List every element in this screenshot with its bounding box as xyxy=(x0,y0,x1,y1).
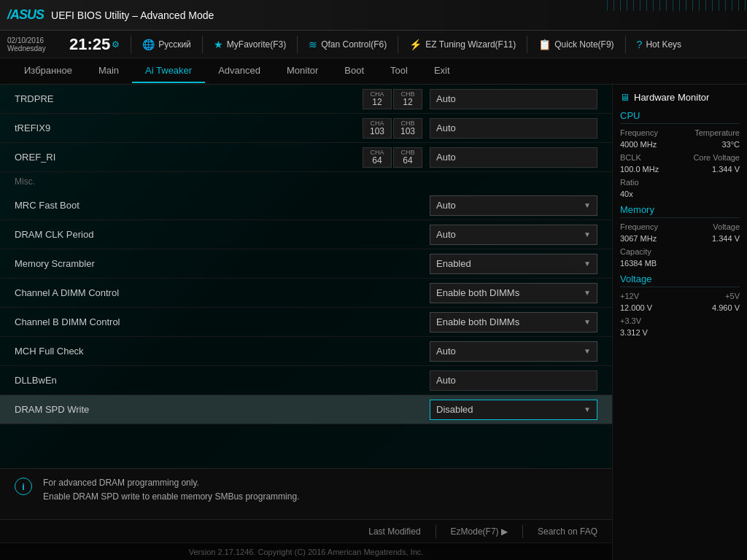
memory-capacity-label-row: Capacity xyxy=(620,247,740,256)
nav-advanced[interactable]: Advanced xyxy=(205,59,274,83)
version-bar: Version 2.17.1246. Copyright (C) 2016 Am… xyxy=(0,542,612,560)
cpu-freq-temp-values: 4000 MHz 33°C xyxy=(620,140,740,149)
setting-trefix9-control: CHA 103 CHB 103 Auto xyxy=(363,118,597,139)
setting-oref-ri-label: OREF_RI xyxy=(15,152,363,163)
nav-tool[interactable]: Tool xyxy=(377,59,421,83)
memory-capacity-value-row: 16384 MB xyxy=(620,259,740,268)
nav-main[interactable]: Main xyxy=(85,59,132,83)
cpu-ratio-label: Ratio xyxy=(620,178,639,187)
toolbar-qfan[interactable]: ≋ Qfan Control(F6) xyxy=(309,39,387,50)
clock: 21:25 xyxy=(69,36,110,52)
hardware-monitor-sidebar: 🖥 Hardware Monitor CPU Frequency Tempera… xyxy=(612,85,747,560)
channel-a-dimm-value: Enable both DIMMs xyxy=(436,287,519,298)
memory-freq-voltage-values: 3067 MHz 1.344 V xyxy=(620,234,740,243)
globe-icon: 🌐 xyxy=(142,39,155,50)
search-faq-button[interactable]: Search on FAQ xyxy=(538,526,597,537)
setting-channel-a-dimm[interactable]: Channel A DIMM Control Enable both DIMMs… xyxy=(0,279,612,308)
nav-monitor[interactable]: Monitor xyxy=(274,59,331,83)
main-wrapper: /ASUS UEFI BIOS Utility – Advanced Mode … xyxy=(0,0,747,560)
channel-b-dimm-arrow: ▼ xyxy=(584,318,591,326)
toolbar-myfavorite-label: MyFavorite(F3) xyxy=(227,39,286,50)
help-icon: ? xyxy=(637,39,643,50)
cpu-temp-label: Temperature xyxy=(694,128,740,137)
cpu-temp-value: 33°C xyxy=(721,140,740,149)
channel-b-dimm-dropdown[interactable]: Enable both DIMMs ▼ xyxy=(430,312,597,332)
memory-freq-voltage-group: Frequency Voltage 3067 MHz 1.344 V xyxy=(620,222,740,243)
nav-exit[interactable]: Exit xyxy=(421,59,463,83)
voltage-5v-label: +5V xyxy=(725,292,740,300)
toolbar-separator-5 xyxy=(527,36,527,53)
channel-a-dimm-arrow: ▼ xyxy=(584,289,591,297)
cpu-bclk-voltage-labels: BCLK Core Voltage xyxy=(620,153,740,162)
setting-trefix9[interactable]: tREFIX9 CHA 103 CHB 103 Auto xyxy=(0,114,612,143)
setting-dram-clk[interactable]: DRAM CLK Period Auto ▼ xyxy=(0,220,612,249)
toolbar-language[interactable]: 🌐 Русский xyxy=(142,39,191,50)
setting-mch-label: MCH Full Check xyxy=(15,346,430,357)
toolbar-eztuning[interactable]: ⚡ EZ Tuning Wizard(F11) xyxy=(409,39,516,50)
settings-icon[interactable]: ⚙ xyxy=(112,39,120,50)
toolbar-myfavorite[interactable]: ★ MyFavorite(F3) xyxy=(214,39,286,50)
setting-mrc-label: MRC Fast Boot xyxy=(15,200,430,211)
memory-capacity-value: 16384 MB xyxy=(620,259,657,268)
misc-section: Misc. xyxy=(0,172,612,191)
memory-scrambler-value: Enabled xyxy=(436,258,471,269)
oref-ri-chb-box: CHB 64 xyxy=(393,147,422,168)
setting-trdpre[interactable]: TRDPRE CHA 12 CHB 12 Auto xyxy=(0,85,612,114)
memory-freq-value: 3067 MHz xyxy=(620,234,657,243)
voltage-33v-value: 3.312 V xyxy=(620,328,648,337)
setting-oref-ri[interactable]: OREF_RI CHA 64 CHB 64 Auto xyxy=(0,143,612,172)
date: 02/10/2016 xyxy=(7,36,44,44)
cpu-ratio-group: Ratio 40x xyxy=(620,178,740,198)
voltage-12v-5v-values: 12.000 V 4.960 V xyxy=(620,303,740,312)
toolbar-separator-4 xyxy=(398,36,398,53)
cpu-ratio-value: 40x xyxy=(620,190,633,198)
bios-title: UEFI BIOS Utility – Advanced Mode xyxy=(51,9,214,21)
nav-boot[interactable]: Boot xyxy=(331,59,377,83)
channel-b-dimm-value: Enable both DIMMs xyxy=(436,316,519,327)
setting-channel-b-dimm[interactable]: Channel B DIMM Control Enable both DIMMs… xyxy=(0,308,612,337)
mrc-value: Auto xyxy=(436,200,456,211)
cpu-corevoltage-value: 1.344 V xyxy=(712,165,740,174)
setting-memory-scrambler[interactable]: Memory Scrambler Enabled ▼ xyxy=(0,249,612,279)
dram-clk-dropdown[interactable]: Auto ▼ xyxy=(430,225,597,245)
info-text: For advanced DRAM programming only. Enab… xyxy=(43,476,299,504)
trdpre-cha-box: CHA 12 xyxy=(363,89,392,109)
hardware-monitor-label: Hardware Monitor xyxy=(634,92,709,103)
setting-mch-full-check[interactable]: MCH Full Check Auto ▼ xyxy=(0,337,612,366)
channel-a-dimm-dropdown[interactable]: Enable both DIMMs ▼ xyxy=(430,283,597,303)
setting-mrc-fast-boot[interactable]: MRC Fast Boot Auto ▼ xyxy=(0,191,612,220)
nav-favorites[interactable]: Избранное xyxy=(11,59,85,83)
toolbar-hotkeys[interactable]: ? Hot Keys xyxy=(637,39,681,50)
cpu-freq-value: 4000 MHz xyxy=(620,140,657,149)
trdpre-value: Auto xyxy=(430,89,597,109)
toolbar-quicknote[interactable]: 📋 Quick Note(F9) xyxy=(538,39,614,50)
setting-channel-b-dimm-label: Channel B DIMM Control xyxy=(15,316,430,327)
mrc-arrow: ▼ xyxy=(584,201,591,209)
nav-aitweaker[interactable]: Ai Tweaker xyxy=(132,59,205,83)
setting-dllbwen[interactable]: DLLBwEn Auto xyxy=(0,366,612,395)
memory-scrambler-dropdown[interactable]: Enabled ▼ xyxy=(430,254,597,274)
mch-dropdown[interactable]: Auto ▼ xyxy=(430,341,597,362)
ezmode-button[interactable]: EzMode(F7) ▶ xyxy=(451,526,508,537)
setting-channel-a-dimm-label: Channel A DIMM Control xyxy=(15,287,430,298)
dram-spd-dropdown[interactable]: Disabled ▼ xyxy=(430,400,597,420)
bottom-bar: Last Modified EzMode(F7) ▶ Search on FAQ xyxy=(0,519,612,542)
voltage-33v-group: +3.3V 3.312 V xyxy=(620,316,740,337)
trefix9-cha-box: CHA 103 xyxy=(363,118,392,139)
setting-dram-spd-write[interactable]: DRAM SPD Write Disabled ▼ xyxy=(0,395,612,424)
bottom-sep-2 xyxy=(522,525,523,538)
toolbar-hotkeys-label: Hot Keys xyxy=(646,39,681,50)
dram-spd-value: Disabled xyxy=(436,404,473,415)
setting-trdpre-label: TRDPRE xyxy=(15,93,363,104)
last-modified-button[interactable]: Last Modified xyxy=(368,526,420,537)
settings-list: TRDPRE CHA 12 CHB 12 Auto xyxy=(0,85,612,468)
setting-trefix9-label: tREFIX9 xyxy=(15,122,363,133)
trefix9-value: Auto xyxy=(430,118,597,139)
cpu-bclk-label: BCLK xyxy=(620,153,641,162)
memory-voltage-label: Voltage xyxy=(713,222,740,231)
memory-section-title: Memory xyxy=(620,204,740,218)
datetime: 02/10/2016 Wednesday xyxy=(7,36,58,52)
mrc-dropdown[interactable]: Auto ▼ xyxy=(430,195,597,216)
toolbar-separator-1 xyxy=(131,36,131,53)
circuit-decoration xyxy=(601,0,747,11)
